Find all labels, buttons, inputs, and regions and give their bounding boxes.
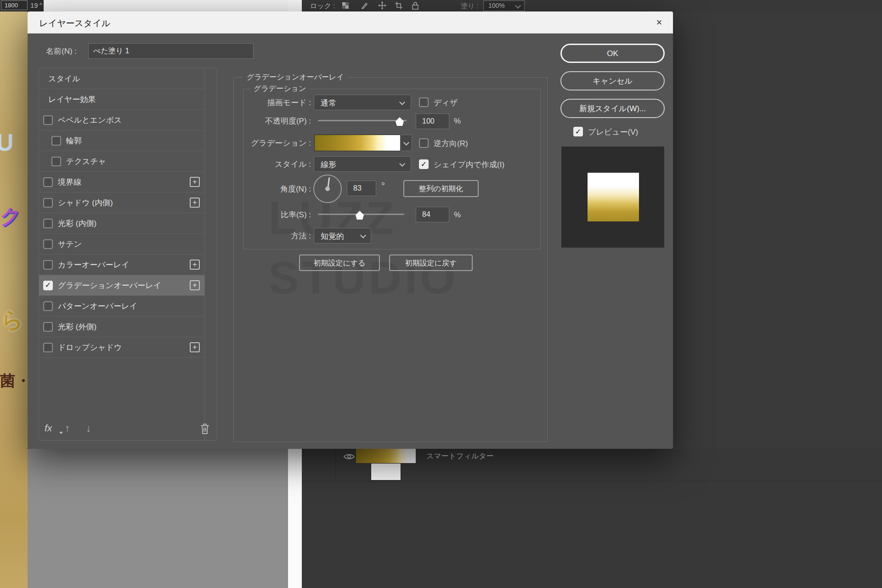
blend-mode-label: 描画モード : [210,98,311,107]
width-field[interactable]: 1800 [1,0,28,10]
list-divider [204,68,205,440]
style-item-gradient-overlay[interactable]: ✓ グラデーションオーバーレイ + [39,275,204,296]
ok-button[interactable]: OK [560,44,665,63]
style-item-color-overlay[interactable]: カラーオーバーレイ + [39,254,204,275]
expand-plus-icon[interactable]: + [190,198,200,208]
checkbox[interactable] [43,198,53,208]
style-value: 線形 [321,159,336,170]
name-input[interactable] [88,43,254,59]
styles-list: スタイル レイヤー効果 ベベルとエンボス 輪郭 テクスチャ 境界線 + [39,68,217,441]
style-item-contour[interactable]: 輪郭 [39,130,204,151]
style-item-label: 輪郭 [66,136,82,146]
reset-default-button[interactable]: 初期設定に戻す [389,254,473,271]
expand-plus-icon[interactable]: + [190,260,200,270]
chevron-down-icon [403,140,409,146]
document-artwork-strip: U ク ら 菌・熱 [0,11,28,588]
layer-style-dialog: レイヤースタイル × 名前(N) : スタイル レイヤー効果 ベベルとエンボス … [28,11,673,449]
angle-dial[interactable] [313,175,342,203]
style-item-stroke[interactable]: 境界線 + [39,172,204,192]
style-item-inner-glow[interactable]: 光彩 (内側) [39,213,204,234]
style-item-inner-shadow[interactable]: シャドウ (内側) + [39,192,204,213]
shape-label: シェイプ内で作成(I) [434,160,504,170]
style-item-label: 境界線 [58,177,81,187]
preview-checkbox-checked[interactable]: ✓ [573,127,583,136]
lock-label: ロック : [310,2,335,10]
angle-dial-center [325,187,330,191]
eye-icon[interactable] [344,452,355,461]
dither-label: ディザ [434,98,458,107]
cancel-button[interactable]: キャンセル [560,71,665,90]
expand-plus-icon[interactable]: + [190,342,200,352]
lock-pixels-brush-icon[interactable] [361,1,369,10]
fx-menu-button[interactable]: fx [45,423,52,434]
checkbox[interactable] [51,136,61,146]
layer-mask-thumbnail[interactable] [371,463,401,481]
checkbox[interactable] [43,177,53,187]
smart-filter-label: スマートフィルター [426,452,494,460]
transform-fields-strip: 1800 19 ^ [0,0,44,11]
style-item-bevel-emboss[interactable]: ベベルとエンボス [39,110,204,130]
shape-checkbox-checked[interactable]: ✓ [419,159,429,169]
style-dropdown[interactable]: 線形 [314,156,411,172]
checkbox-checked[interactable]: ✓ [43,281,53,290]
check-icon: ✓ [421,161,427,168]
expand-plus-icon[interactable]: + [190,280,200,290]
angle-value-field[interactable]: 83 [347,181,376,196]
blend-mode-value: 通常 [321,98,336,108]
style-item-pattern-overlay[interactable]: パターンオーバーレイ [39,296,204,317]
checkbox[interactable] [43,322,53,332]
checkbox[interactable] [51,157,61,166]
group-legend: グラデーション [250,84,310,93]
method-dropdown[interactable]: 知覚的 [314,228,371,243]
blend-mode-dropdown[interactable]: 通常 [314,95,411,110]
gradient-picker-button[interactable] [401,135,412,151]
artwork-letter: U [0,129,14,156]
layer-thumbnail-gradient[interactable] [356,449,416,463]
lock-artboard-icon[interactable] [395,1,403,10]
height-field-partial[interactable]: 19 [30,1,38,10]
style-item-label: 光彩 (内側) [58,218,96,229]
scale-value-field[interactable]: 84 [416,207,449,222]
lock-transparent-icon[interactable] [341,1,350,10]
style-item-layer-effects[interactable]: レイヤー効果 [39,89,204,110]
checkbox[interactable] [43,260,53,270]
checkbox[interactable] [43,343,53,352]
move-down-button[interactable]: ↓ [86,422,91,435]
artwork-letter: ら [1,305,23,335]
checkbox[interactable] [43,239,53,249]
style-item-satin[interactable]: サテン [39,234,204,254]
angle-unit: ° [381,181,385,191]
chevron-down-icon [515,3,521,9]
expand-plus-icon[interactable]: + [190,177,200,187]
checkbox[interactable] [43,301,53,311]
opacity-unit: % [454,117,461,126]
scale-unit: % [454,210,461,220]
fill-value-dropdown[interactable]: 100% [483,0,525,11]
set-default-button[interactable]: 初期設定にする [299,254,380,271]
reverse-label: 逆方向(R) [434,139,468,148]
fill-value: 100% [488,2,505,9]
style-item-label: 光彩 (外側) [58,322,96,332]
reverse-checkbox[interactable] [419,138,429,148]
lock-all-icon[interactable] [411,1,419,10]
close-icon[interactable]: × [651,15,667,30]
lock-position-move-icon[interactable] [378,1,386,10]
style-item-outer-glow[interactable]: 光彩 (外側) [39,317,204,337]
reset-alignment-button[interactable]: 整列の初期化 [403,180,479,197]
checkbox[interactable] [43,115,53,125]
opacity-value-field[interactable]: 100 [416,113,449,129]
caret-up-icon: ^ [40,1,42,9]
dither-checkbox[interactable] [419,97,429,107]
gradient-swatch[interactable] [314,135,401,151]
opacity-slider-track[interactable] [318,120,407,121]
panel-divider [302,481,882,481]
new-style-button[interactable]: 新規スタイル(W)... [560,99,665,118]
dialog-titlebar[interactable]: レイヤースタイル × [28,11,673,34]
move-up-button[interactable]: ↑ [65,422,70,435]
trash-icon[interactable] [200,423,210,435]
checkbox[interactable] [43,219,53,228]
style-item-texture[interactable]: テクスチャ [39,151,204,172]
canvas-top-strip [44,0,288,11]
style-item-styles[interactable]: スタイル [39,68,204,89]
style-item-drop-shadow[interactable]: ドロップシャドウ + [39,337,204,358]
